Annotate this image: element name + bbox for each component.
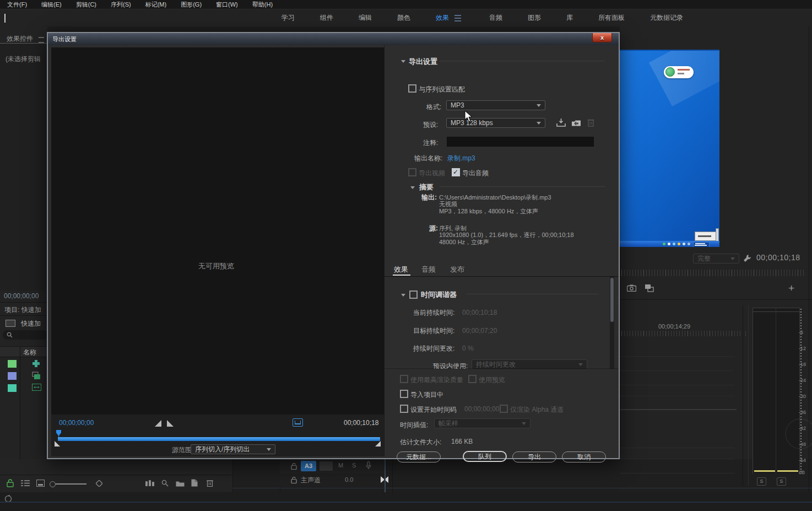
workspace-tab-color[interactable]: 颜色 (385, 13, 423, 23)
preset-select[interactable]: MP3 128 kbps (446, 118, 545, 128)
import-into-project-checkbox[interactable] (400, 390, 408, 398)
meter-solo-left-button[interactable]: S (757, 477, 766, 486)
workspace-tab-effects[interactable]: 效果 (423, 13, 452, 23)
tab-effect-controls[interactable]: 效果控件 (7, 34, 33, 44)
delete-preset-icon[interactable] (587, 118, 594, 127)
export-audio-checkbox[interactable] (452, 168, 460, 176)
target-duration-value[interactable]: 00;00;07;20 (462, 327, 497, 335)
workspace-tab-audio[interactable]: 音频 (477, 13, 515, 23)
preview-current-timecode[interactable]: 00;00;00;00 (59, 419, 94, 427)
zoom-slider-track[interactable] (56, 483, 86, 485)
export-button[interactable]: 导出 (512, 451, 556, 462)
track-lock-icon[interactable] (291, 462, 297, 470)
cancel-button[interactable]: 取消 (562, 451, 606, 462)
name-column-header[interactable]: 名称 (23, 348, 36, 357)
media-browser-icon[interactable] (6, 320, 15, 327)
section-chevron-icon[interactable] (410, 186, 415, 189)
queue-button[interactable]: 队列 (463, 451, 507, 462)
scrollbar-track[interactable] (610, 277, 614, 369)
project-row[interactable] (0, 370, 47, 383)
monitor-timecode[interactable]: 00;00;10;18 (756, 253, 800, 262)
duration-change-value[interactable]: 0 % (462, 345, 474, 352)
range-end-handle[interactable] (375, 441, 381, 447)
track-a3-button[interactable]: A3 (301, 461, 316, 471)
scrollbar-thumb[interactable] (610, 278, 614, 322)
workspace-tab-editing[interactable]: 编辑 (346, 13, 385, 23)
comments-input[interactable] (446, 136, 594, 147)
label-swatch[interactable] (7, 372, 17, 380)
label-swatch[interactable] (7, 384, 17, 392)
menu-file[interactable]: 文件(F) (0, 1, 34, 9)
save-preset-icon[interactable] (556, 119, 566, 127)
list-view-icon[interactable] (21, 480, 30, 487)
workspace-tab-metadata[interactable]: 元数据记录 (637, 13, 696, 23)
format-select[interactable]: MP3 (446, 100, 545, 110)
crop-tool-icon[interactable] (293, 418, 303, 427)
menu-window[interactable]: 窗口(W) (209, 1, 245, 9)
timeline-ruler[interactable] (621, 331, 748, 336)
new-item-icon[interactable] (191, 479, 198, 487)
section-chevron-icon[interactable] (401, 60, 405, 63)
metadata-button[interactable]: 元数据... (397, 451, 441, 462)
section-chevron-icon[interactable] (401, 294, 405, 297)
time-tuner-checkbox[interactable] (409, 291, 418, 299)
workspace-tab-all-panels[interactable]: 所有面板 (586, 13, 637, 23)
project-row[interactable] (0, 358, 47, 370)
trash-icon[interactable] (207, 479, 213, 487)
dialog-title-bar[interactable]: 导出设置 x (48, 33, 619, 45)
output-name-link[interactable]: 录制.mp3 (447, 154, 475, 163)
icon-view-icon[interactable] (36, 480, 45, 487)
panel-menu-icon[interactable] (39, 37, 44, 43)
tab-audio[interactable]: 音频 (421, 265, 436, 275)
project-panel-title[interactable]: 项目: 快速加 (4, 305, 41, 315)
track-name-icon[interactable] (320, 461, 333, 471)
workspace-menu-icon[interactable] (454, 15, 461, 21)
menu-edit[interactable]: 编辑(E) (34, 1, 69, 9)
voiceover-mic-icon[interactable] (366, 461, 371, 470)
import-preset-icon[interactable] (571, 119, 581, 127)
workspace-tab-assembly[interactable]: 组件 (307, 13, 346, 23)
monitor-scrub-ruler[interactable] (621, 270, 806, 276)
workspace-tab-learning[interactable]: 学习 (269, 13, 307, 23)
new-bin-icon[interactable] (176, 480, 185, 487)
project-row[interactable] (0, 383, 47, 395)
menu-help[interactable]: 帮助(H) (245, 1, 280, 9)
track-mute-button[interactable]: M (338, 462, 343, 469)
add-button-icon[interactable]: + (788, 282, 794, 294)
tab-publish[interactable]: 发布 (450, 265, 464, 275)
settings-wrench-icon[interactable] (743, 254, 751, 262)
meter-solo-right-button[interactable]: S (777, 477, 786, 486)
automate-sequence-icon[interactable] (145, 480, 155, 486)
zoom-slider-handle[interactable] (50, 481, 56, 487)
workspace-tab-libraries[interactable]: 库 (554, 13, 586, 23)
track-lock-icon[interactable] (291, 476, 297, 483)
source-range-select[interactable]: 序列切入/序列切出 (191, 444, 275, 454)
scroll-strip[interactable] (0, 502, 812, 503)
work-area-bar[interactable] (58, 437, 380, 441)
set-out-point-icon[interactable] (167, 420, 174, 427)
writable-lock-icon[interactable] (7, 479, 14, 487)
dialog-close-button[interactable]: x (592, 33, 612, 42)
menu-clip[interactable]: 剪辑(C) (69, 1, 104, 9)
track-solo-button[interactable]: S (352, 462, 356, 469)
find-icon[interactable] (161, 480, 169, 487)
h-scrollbar[interactable] (232, 488, 812, 488)
comparison-view-icon[interactable] (645, 284, 654, 292)
workspace-tab-graphics[interactable]: 图形 (515, 13, 554, 23)
menu-sequence[interactable]: 序列(S) (104, 1, 138, 9)
adjust-icon[interactable] (96, 480, 102, 487)
project-tab-label[interactable]: 快速加 (21, 319, 41, 329)
menu-graphics[interactable]: 图形(G) (174, 1, 209, 9)
match-sequence-checkbox[interactable] (408, 84, 416, 93)
effect-controls-timecode[interactable]: 00;00;00;00 (4, 292, 39, 300)
master-level-value[interactable]: 0.0 (345, 476, 353, 483)
menu-markers[interactable]: 标记(M) (138, 1, 174, 9)
tab-effects[interactable]: 效果 (394, 265, 408, 275)
export-frame-icon[interactable] (627, 284, 636, 292)
set-in-point-icon[interactable] (155, 420, 161, 427)
set-start-timecode-checkbox[interactable] (400, 405, 408, 413)
search-input[interactable] (3, 330, 47, 340)
range-start-handle[interactable] (55, 441, 60, 447)
label-swatch[interactable] (7, 359, 17, 368)
monitor-zoom-select[interactable]: 完整 (693, 254, 739, 263)
